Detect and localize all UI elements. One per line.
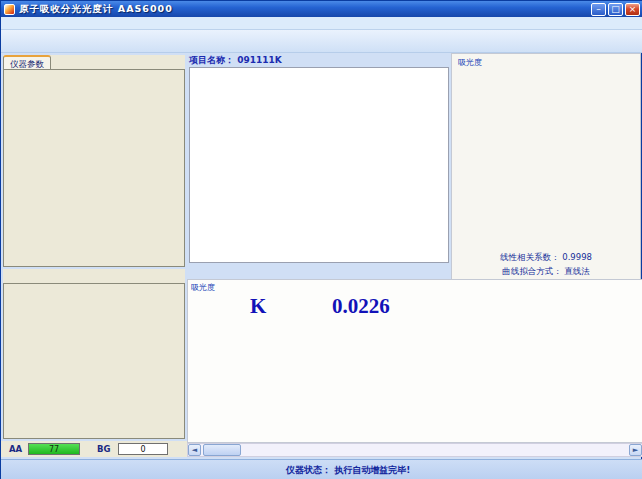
- scroll-right-icon[interactable]: ►: [629, 444, 642, 456]
- toolbar: [1, 30, 642, 53]
- calibration-chart: [452, 56, 640, 254]
- instrument-params-body: [3, 69, 185, 267]
- hscroll-thumb[interactable]: [203, 444, 241, 456]
- current-absorbance-reading: 0.0226: [332, 294, 390, 319]
- aa-label: AA: [9, 444, 22, 454]
- bg-level-value: 0: [118, 443, 168, 455]
- correlation-label: 线性相关系数：: [500, 252, 560, 262]
- calibration-panel: 吸光度 线性相关系数： 0.9998 曲线拟合方式： 直线法: [451, 53, 641, 281]
- flame-params-body: [3, 283, 185, 439]
- instrument-params-panel: 仪器参数: [3, 55, 185, 267]
- project-name-line: 项目名称： 091111K: [189, 54, 449, 66]
- dynamics-tabstrip: [189, 263, 449, 279]
- signal-level-row: AA 77 BG 0: [1, 441, 187, 457]
- project-name-value: 091111K: [237, 55, 282, 65]
- maximize-button[interactable]: □: [608, 3, 623, 16]
- correlation-value: 0.9998: [562, 252, 592, 262]
- flame-params-panel: [3, 269, 185, 439]
- app-window: 原子吸收分光光度计 AAS6000 – □ × 仪器参数 AA 77 BG 0 …: [0, 0, 642, 479]
- status-bar: 仪器状态： 执行自动增益完毕!: [1, 459, 642, 479]
- title-bar[interactable]: 原子吸收分光光度计 AAS6000 – □ ×: [1, 1, 642, 17]
- aa-level-bar: 77: [28, 443, 80, 455]
- dynamics-panel: 吸光度 K 0.0226: [187, 279, 642, 443]
- results-table[interactable]: [189, 67, 449, 263]
- fit-method-value: 直线法: [564, 266, 590, 276]
- minimize-button[interactable]: –: [591, 3, 606, 16]
- close-button[interactable]: ×: [625, 3, 640, 16]
- bg-label: BG: [97, 444, 110, 454]
- instrument-status-value: 执行自动增益完毕!: [334, 465, 410, 475]
- element-symbol: K: [250, 294, 266, 319]
- menu-bar: [1, 17, 642, 30]
- dynamics-hscrollbar[interactable]: ◄ ►: [187, 443, 642, 457]
- project-name-label: 项目名称：: [189, 55, 234, 65]
- app-icon: [4, 4, 15, 15]
- instrument-status-label: 仪器状态：: [286, 465, 331, 475]
- scroll-left-icon[interactable]: ◄: [188, 444, 201, 456]
- tab-instrument-params[interactable]: 仪器参数: [3, 55, 51, 69]
- aa-level-value: 77: [29, 444, 79, 455]
- fit-method-label: 曲线拟合方式：: [502, 266, 562, 276]
- window-title: 原子吸收分光光度计 AAS6000: [19, 3, 591, 16]
